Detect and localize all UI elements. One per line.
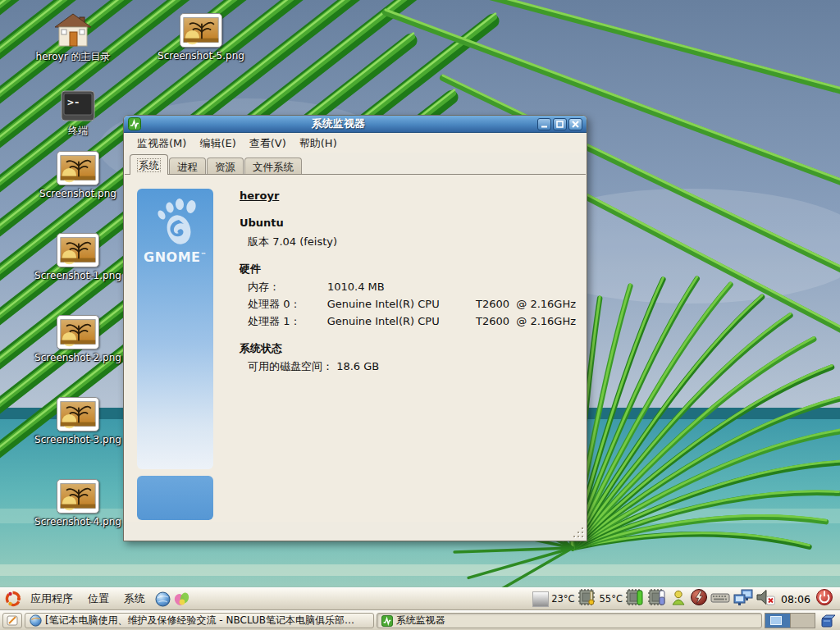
hardware-heading: 硬件 xyxy=(240,260,576,277)
power-manager-icon[interactable] xyxy=(690,588,708,609)
window-menubar: 监视器(M) 编辑(E) 查看(V) 帮助(H) xyxy=(124,134,587,153)
window-statusbar xyxy=(125,522,586,540)
maximize-button[interactable] xyxy=(553,118,567,130)
sensor-graph-applet[interactable] xyxy=(532,591,549,607)
desktop-icon-label: Screenshot-3.png xyxy=(34,434,121,445)
tab-system[interactable]: 系统 xyxy=(130,154,168,175)
system-monitor-icon xyxy=(381,615,393,627)
image-thumbnail-icon xyxy=(57,233,99,267)
workspace-switcher xyxy=(765,613,815,628)
ubuntu-logo-icon xyxy=(3,589,23,609)
gnome-footprint-icon xyxy=(149,197,202,249)
workspace-1[interactable] xyxy=(765,614,790,628)
task-label: 系统监视器 xyxy=(396,614,445,628)
task-button-system-monitor[interactable]: 系统监视器 xyxy=(377,613,763,628)
cpu1-row: 处理器 1：Genuine Intel(R) CPUT2600 @ 2.16GH… xyxy=(240,313,576,330)
system-monitor-window: 系统监视器 监视器(M) 编辑(E) 查看(V) 帮助(H) 系统 进程 资源 … xyxy=(123,115,587,541)
distro-name: Ubuntu xyxy=(240,214,576,231)
task-button-firefox[interactable]: [笔记本电脑使用、维护及保修经验交流 - NBCLUB笔记本电脑俱乐部… xyxy=(25,613,374,628)
show-desktop-button[interactable] xyxy=(2,613,22,628)
shutdown-icon[interactable] xyxy=(815,588,833,609)
gnome-menu-panel: 应用程序 位置 系统 23°C xyxy=(0,587,840,610)
home-icon xyxy=(54,13,92,48)
gnome-wordmark: GNOME™ xyxy=(137,249,213,265)
banner-footer-block xyxy=(137,476,213,520)
clock-applet[interactable]: 08:06 xyxy=(778,593,813,605)
cpu-freq-blue-icon[interactable] xyxy=(647,588,667,609)
desktop-icon-screenshot-3[interactable]: Screenshot-3.png xyxy=(28,397,128,445)
terminal-icon: >- xyxy=(61,90,95,121)
disk-row: 可用的磁盘空间： 18.6 GB xyxy=(240,358,576,375)
desktop-icon-terminal[interactable]: >- 终端 xyxy=(37,90,119,138)
desktop-icon-screenshot-5[interactable]: Screenshot-5.png xyxy=(151,13,251,62)
workspace-2[interactable] xyxy=(790,614,815,628)
taskbar-panel: [笔记本电脑使用、维护及保修经验交流 - NBCLUB笔记本电脑俱乐部… 系统监… xyxy=(0,610,840,630)
image-thumbnail-icon xyxy=(57,397,99,431)
image-thumbnail-icon xyxy=(57,151,99,185)
gpu-temp-label: 55°C xyxy=(600,593,623,605)
desktop-icon-label: Screenshot.png xyxy=(39,188,116,199)
desktop-icon-label: Screenshot-5.png xyxy=(158,50,244,62)
desktop-icon-label: Screenshot-2.png xyxy=(34,352,121,363)
trash-icon[interactable] xyxy=(818,611,838,630)
image-thumbnail-icon xyxy=(57,315,99,349)
gnome-banner: GNOME™ xyxy=(137,189,213,469)
minimize-button[interactable] xyxy=(537,118,551,130)
tab-processes[interactable]: 进程 xyxy=(169,158,206,175)
firefox-icon xyxy=(30,614,42,627)
system-status-heading: 系统状态 xyxy=(240,340,576,357)
svg-text:>-: >- xyxy=(67,96,80,108)
desktop-icon-label: 终端 xyxy=(68,124,88,138)
desktop-icon-label: Screenshot-1.png xyxy=(34,270,121,281)
system-monitor-icon xyxy=(128,117,141,130)
art-app-icon[interactable] xyxy=(172,589,192,609)
image-thumbnail-icon xyxy=(57,479,99,514)
user-switcher-icon[interactable] xyxy=(669,589,687,609)
menu-monitor[interactable]: 监视器(M) xyxy=(130,135,193,153)
applications-menu[interactable]: 应用程序 xyxy=(23,588,80,609)
desktop-icon-label: heroyr 的主目录 xyxy=(36,50,111,64)
tab-bar: 系统 进程 资源 文件系统 xyxy=(124,153,587,175)
image-thumbnail-icon xyxy=(180,13,222,48)
cpu-temp-label: 23°C xyxy=(551,593,574,605)
system-tab-content: GNOME™ heroyr Ubuntu 版本 7.04 (feisty) 硬件… xyxy=(125,174,586,522)
window-titlebar[interactable]: 系统监视器 xyxy=(124,116,587,133)
cpu0-row: 处理器 0：Genuine Intel(R) CPUT2600 @ 2.16GH… xyxy=(240,295,576,313)
desktop-icon-screenshot-2[interactable]: Screenshot-2.png xyxy=(28,315,128,363)
network-monitor-icon[interactable] xyxy=(733,588,754,609)
firefox-icon[interactable] xyxy=(153,589,172,609)
system-menu[interactable]: 系统 xyxy=(116,588,153,609)
places-menu[interactable]: 位置 xyxy=(80,588,116,609)
desktop-icon-home[interactable]: heroyr 的主目录 xyxy=(23,13,123,64)
desktop-icon-screenshot-4[interactable]: Screenshot-4.png xyxy=(28,479,128,527)
cpu-thermometer-icon[interactable] xyxy=(578,588,597,609)
menu-edit[interactable]: 编辑(E) xyxy=(193,135,242,153)
memory-row: 内存：1010.4 MB xyxy=(240,278,576,295)
desktop-icon-screenshot-1[interactable]: Screenshot-1.png xyxy=(28,233,128,281)
distro-version: 版本 7.04 (feisty) xyxy=(240,233,576,250)
cpu-freq-green-icon[interactable] xyxy=(625,588,645,609)
volume-muted-icon[interactable] xyxy=(756,589,776,609)
tab-filesystems[interactable]: 文件系统 xyxy=(244,158,302,175)
close-button[interactable] xyxy=(568,118,582,130)
tab-resources[interactable]: 资源 xyxy=(207,158,244,175)
window-title: 系统监视器 xyxy=(141,116,536,131)
desktop-icon-label: Screenshot-4.png xyxy=(34,516,121,527)
keyboard-icon[interactable] xyxy=(710,589,730,609)
task-label: [笔记本电脑使用、维护及保修经验交流 - NBCLUB笔记本电脑俱乐部… xyxy=(45,614,354,628)
system-info: heroyr Ubuntu 版本 7.04 (feisty) 硬件 内存：101… xyxy=(240,187,576,375)
desktop: heroyr 的主目录 Screenshot-5.png >- 终端 Scree… xyxy=(0,0,840,630)
hostname[interactable]: heroyr xyxy=(240,187,576,204)
menu-view[interactable]: 查看(V) xyxy=(243,135,293,153)
notification-area: 23°C 55°C xyxy=(532,588,837,609)
desktop-icon-screenshot[interactable]: Screenshot.png xyxy=(28,151,128,199)
resize-grip[interactable] xyxy=(572,526,583,537)
menu-help[interactable]: 帮助(H) xyxy=(293,135,344,153)
